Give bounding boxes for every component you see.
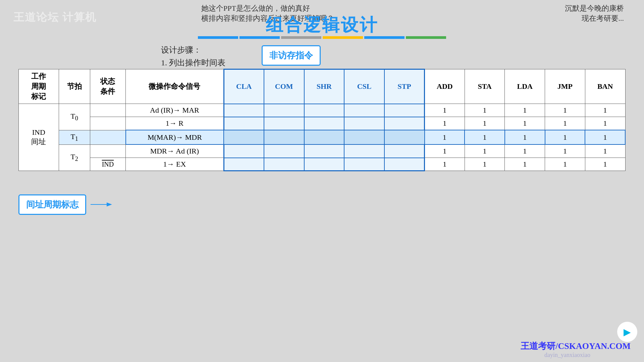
cell-ban-t2-2: 1 [585, 158, 625, 171]
cell-cla-t0-2 [224, 117, 264, 130]
cell-csl-t2-2 [344, 158, 384, 171]
cell-jmp-t0-2: 1 [545, 117, 585, 130]
cell-lda-t2-1: 1 [505, 144, 545, 158]
cell-jmp-t2-2: 1 [545, 158, 585, 171]
cell-op-adir-mar: Ad (IR)→ MAR [126, 104, 224, 117]
col-header-cla: CLA [224, 69, 264, 104]
cell-ban-t1: 1 [585, 130, 625, 144]
cell-jmp-t2-1: 1 [545, 144, 585, 158]
cell-shr-t2-1 [304, 144, 344, 158]
ind-overline: IND [102, 161, 114, 168]
table-row-ind-t1: T1 M(MAR)→ MDR 1 1 1 1 1 [19, 130, 626, 144]
color-seg-2 [239, 36, 280, 39]
cell-add-t0-2: 1 [425, 117, 465, 130]
cell-cond-t2-1 [90, 144, 125, 158]
col-header-lda: LDA [505, 69, 545, 104]
cell-csl-t1 [344, 130, 384, 144]
cell-com-t0-2 [264, 117, 304, 130]
callout-ind-cycle: 间址周期标志 [18, 194, 86, 215]
cell-stp-t2-2 [384, 158, 425, 171]
cell-lda-t2-2: 1 [505, 158, 545, 171]
table-row-ind-t0-op1: IND间址 T0 Ad (IR)→ MAR 1 1 1 1 1 [19, 104, 626, 117]
operation-table: 工作周期标记 节拍 状态条件 微操作命令信号 CLA COM SHR CSL S… [18, 69, 626, 171]
cell-beat-t0-1: T0 [59, 104, 90, 130]
page-title: 组合逻辑设计 [0, 13, 644, 37]
cell-cond-t0-1 [90, 104, 125, 117]
cell-csl-t0-2 [344, 117, 384, 130]
color-seg-3 [281, 36, 321, 39]
design-steps: 设计步骤： 1. 列出操作时间表 [161, 44, 225, 69]
cell-add-t0-1: 1 [425, 104, 465, 117]
cell-op-1ex: 1→ EX [126, 158, 224, 171]
col-header-condition: 状态条件 [90, 69, 125, 104]
col-header-beat: 节拍 [59, 69, 90, 104]
cell-stp-t2-1 [384, 144, 425, 158]
cell-sta-t1: 1 [465, 130, 505, 144]
cell-cond-t1 [90, 130, 125, 144]
cell-stp-t0-1 [384, 104, 425, 117]
callout-arrow [91, 194, 131, 215]
cell-beat-t1: T1 [59, 130, 90, 144]
cell-lda-t0-1: 1 [505, 104, 545, 117]
cell-stp-t1 [384, 130, 425, 144]
table-header-row: 工作周期标记 节拍 状态条件 微操作命令信号 CLA COM SHR CSL S… [19, 69, 626, 104]
col-header-jmp: JMP [545, 69, 585, 104]
cell-csl-t2-1 [344, 144, 384, 158]
cell-sta-t2-1: 1 [465, 144, 505, 158]
cell-cla-t2-2 [224, 158, 264, 171]
cell-csl-t0-1 [344, 104, 384, 117]
table-row-ind-t2-op1: T2 MDR→ Ad (IR) 1 1 1 1 1 [19, 144, 626, 158]
color-seg-4 [323, 36, 363, 39]
cell-beat-t2: T2 [59, 144, 90, 171]
cell-add-t2-1: 1 [425, 144, 465, 158]
color-seg-1 [198, 36, 238, 39]
cell-add-t1: 1 [425, 130, 465, 144]
cell-com-t1 [264, 130, 304, 144]
table-row-ind-t2-op2: IND 1→ EX 1 1 1 1 1 [19, 158, 626, 171]
cell-lda-t0-2: 1 [505, 117, 545, 130]
cell-ban-t0-1: 1 [585, 104, 625, 117]
cell-sta-t2-2: 1 [465, 158, 505, 171]
cell-ban-t0-2: 1 [585, 117, 625, 130]
cell-com-t2-1 [264, 144, 304, 158]
cell-com-t0-1 [264, 104, 304, 117]
col-header-ban: BAN [585, 69, 625, 104]
color-seg-5 [364, 36, 405, 39]
watermark-bottom-right: 王道考研/CSKAOYAN.COM [521, 340, 631, 352]
cell-lda-t1: 1 [505, 130, 545, 144]
cell-shr-t0-1 [304, 104, 344, 117]
cell-stp-t0-2 [384, 117, 425, 130]
cell-shr-t2-2 [304, 158, 344, 171]
col-header-sta: STA [465, 69, 505, 104]
cell-add-t2-2: 1 [425, 158, 465, 171]
color-seg-6 [406, 36, 446, 39]
col-header-microop: 微操作命令信号 [126, 69, 224, 104]
col-header-shr: SHR [304, 69, 344, 104]
cell-jmp-t1: 1 [545, 130, 585, 144]
table-row-ind-t0-op2: 1→ R 1 1 1 1 1 [19, 117, 626, 130]
col-header-add: ADD [425, 69, 465, 104]
cell-shr-t0-2 [304, 117, 344, 130]
cell-ban-t2-1: 1 [585, 144, 625, 158]
col-header-com: COM [264, 69, 304, 104]
cell-sta-t0-1: 1 [465, 104, 505, 117]
username-watermark: dayin_yanxiaoxiao [544, 352, 590, 359]
col-header-cycle: 工作周期标记 [19, 69, 59, 104]
cell-cla-t2-1 [224, 144, 264, 158]
cell-jmp-t0-1: 1 [545, 104, 585, 117]
cell-cla-t0-1 [224, 104, 264, 117]
cell-cond-t2-2: IND [90, 158, 125, 171]
main-table-wrapper: 工作周期标记 节拍 状态条件 微操作命令信号 CLA COM SHR CSL S… [18, 69, 626, 171]
col-header-csl: CSL [344, 69, 384, 104]
cell-op-mmar-mdr: M(MAR)→ MDR [126, 130, 224, 144]
bilibili-logo[interactable]: ▶ [617, 322, 637, 342]
cell-op-1r: 1→ R [126, 117, 224, 130]
cell-cla-t1 [224, 130, 264, 144]
cell-sta-t0-2: 1 [465, 117, 505, 130]
cell-cycle-ind: IND间址 [19, 104, 59, 171]
cell-cond-t0-2 [90, 117, 125, 130]
col-header-stp: STP [384, 69, 425, 104]
cell-op-mdr-adir: MDR→ Ad (IR) [126, 144, 224, 158]
color-bar [0, 36, 644, 39]
cell-com-t2-2 [264, 158, 304, 171]
